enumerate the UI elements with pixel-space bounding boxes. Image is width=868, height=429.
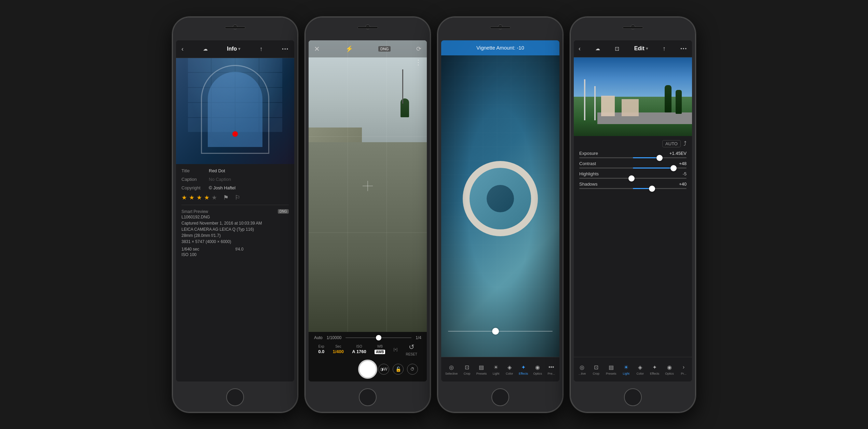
mute-button-2[interactable] xyxy=(304,79,305,91)
hdr-icon[interactable]: ◑W xyxy=(378,364,389,375)
camera-more-icon[interactable]: ⋮ xyxy=(415,58,422,66)
lock-icon[interactable]: 🔓 xyxy=(393,364,404,375)
back-icon[interactable]: ‹ xyxy=(181,45,184,53)
light-icon-4[interactable]: ☀ xyxy=(622,363,630,371)
presets-icon-4[interactable]: ▤ xyxy=(607,363,615,371)
exp-control[interactable]: Exp 0.0 xyxy=(318,345,324,354)
color-icon[interactable]: ◈ xyxy=(505,363,514,371)
vol-up-button-1[interactable] xyxy=(172,96,173,116)
more-tools-icon[interactable]: ••• xyxy=(547,363,555,371)
vignette-slider[interactable] xyxy=(448,326,553,336)
home-button-4[interactable] xyxy=(624,388,642,406)
vol-up-button-3[interactable] xyxy=(437,96,438,116)
cloud-icon[interactable]: ☁ xyxy=(203,46,208,52)
toolbar-presets[interactable]: ▤ Presets xyxy=(474,362,489,377)
crop-icon-4[interactable]: ⊡ xyxy=(592,363,600,371)
highlights-thumb[interactable] xyxy=(628,175,635,182)
vignette-track[interactable] xyxy=(448,331,553,332)
toolbar-more-4[interactable]: › Pr... xyxy=(677,362,690,377)
toolbar-selective-4[interactable]: ◎ ...tive xyxy=(576,362,588,377)
sec-control[interactable]: Sec 1/400 xyxy=(333,345,344,354)
exposure-track[interactable] xyxy=(579,157,687,158)
star-5[interactable]: ★ xyxy=(212,194,217,201)
toolbar-more[interactable]: ••• Pre... xyxy=(545,362,557,377)
optics-icon-4[interactable]: ◉ xyxy=(665,363,674,371)
star-rating[interactable]: ★ ★ ★ ★ ★ ⚑ ⚐ xyxy=(181,194,289,201)
power-button-1[interactable] xyxy=(298,85,298,106)
flag-icon[interactable]: ⚑ xyxy=(223,194,229,201)
toolbar-optics[interactable]: ◉ Optics xyxy=(531,362,544,377)
vol-down-button-2[interactable] xyxy=(304,119,305,139)
home-button-3[interactable] xyxy=(491,388,509,406)
toolbar-selective[interactable]: ◎ Selective xyxy=(443,362,460,377)
wb-control[interactable]: WB AWB xyxy=(375,345,385,354)
auto-button[interactable]: AUTO xyxy=(662,140,681,147)
power-button-2[interactable] xyxy=(430,85,431,106)
camera-viewfinder[interactable]: ✕ ⚡ DNG ⟳ ⋮ xyxy=(309,40,427,332)
optics-icon[interactable]: ◉ xyxy=(533,363,542,371)
light-icon[interactable]: ☀ xyxy=(492,363,500,371)
timer-icon[interactable]: ⏱ xyxy=(407,364,418,375)
toolbar-light[interactable]: ☀ Light xyxy=(490,362,502,377)
presets-icon[interactable]: ▤ xyxy=(477,363,486,371)
star-2[interactable]: ★ xyxy=(189,194,194,201)
flash-off-icon[interactable]: ⚡ xyxy=(345,45,353,53)
plus-control[interactable]: [+] xyxy=(394,348,397,351)
more-icon-4[interactable]: › xyxy=(679,363,688,371)
vol-down-button-3[interactable] xyxy=(437,119,438,139)
share-icon-4[interactable]: ↑ xyxy=(663,45,666,52)
vignette-thumb[interactable] xyxy=(492,328,499,335)
shutter-button[interactable] xyxy=(358,360,377,379)
mute-button-4[interactable] xyxy=(570,79,570,91)
exposure-slider[interactable] xyxy=(345,337,411,338)
vol-up-button-2[interactable] xyxy=(304,96,305,116)
effects-icon[interactable]: ✦ xyxy=(519,363,528,371)
toolbar-effects[interactable]: ✦ Effects xyxy=(517,362,530,377)
crop-tool-icon[interactable]: ⊡ xyxy=(615,45,619,52)
tone-curve-icon[interactable]: ⤴ xyxy=(683,140,687,147)
contrast-thumb[interactable] xyxy=(670,165,677,171)
vol-up-button-4[interactable] xyxy=(570,96,570,116)
mute-button-3[interactable] xyxy=(437,79,438,91)
shadows-thumb[interactable] xyxy=(649,186,655,192)
selective-icon[interactable]: ◎ xyxy=(447,363,456,371)
flip-camera-icon[interactable]: ⟳ xyxy=(416,45,421,53)
more-icon[interactable]: ••• xyxy=(282,46,289,52)
home-button-1[interactable] xyxy=(226,388,244,406)
color-icon-4[interactable]: ◈ xyxy=(636,363,644,371)
contrast-track[interactable] xyxy=(579,167,687,169)
toolbar-color[interactable]: ◈ Color xyxy=(503,362,516,377)
vol-down-button-1[interactable] xyxy=(172,119,173,139)
mute-button-1[interactable] xyxy=(172,79,173,91)
toolbar-effects-4[interactable]: ✦ Effects xyxy=(648,362,661,377)
toolbar-light-4[interactable]: ☀ Light xyxy=(620,362,632,377)
circular-inner xyxy=(487,185,514,212)
star-4[interactable]: ★ xyxy=(204,194,209,201)
effects-icon-4[interactable]: ✦ xyxy=(651,363,659,371)
home-button-2[interactable] xyxy=(359,388,377,406)
back-icon-4[interactable]: ‹ xyxy=(579,45,581,52)
reset-control[interactable]: ↺ RESET xyxy=(406,343,417,356)
toolbar-optics-4[interactable]: ◉ Optics xyxy=(663,362,676,377)
power-button-4[interactable] xyxy=(695,85,696,106)
close-camera-icon[interactable]: ✕ xyxy=(314,45,320,53)
power-button-3[interactable] xyxy=(563,85,564,106)
vol-down-button-4[interactable] xyxy=(570,119,570,139)
star-3[interactable]: ★ xyxy=(196,194,202,201)
reject-icon[interactable]: ⚐ xyxy=(235,194,240,201)
selective-icon-4[interactable]: ◎ xyxy=(578,363,586,371)
iso-control[interactable]: ISO A 1760 xyxy=(352,345,366,354)
star-1[interactable]: ★ xyxy=(181,194,187,201)
exposure-thumb-4[interactable] xyxy=(656,155,663,161)
crop-icon[interactable]: ⊡ xyxy=(463,363,471,371)
exposure-thumb[interactable] xyxy=(376,335,381,340)
toolbar-color-4[interactable]: ◈ Color xyxy=(634,362,646,377)
shadows-track[interactable] xyxy=(579,188,687,189)
toolbar-crop-4[interactable]: ⊡ Crop xyxy=(590,362,602,377)
cloud-icon-4[interactable]: ☁ xyxy=(595,46,600,51)
toolbar-crop[interactable]: ⊡ Crop xyxy=(461,362,473,377)
toolbar-presets-4[interactable]: ▤ Presets xyxy=(604,362,619,377)
highlights-track[interactable] xyxy=(579,178,687,179)
share-icon[interactable]: ↑ xyxy=(260,45,263,53)
more-icon-4[interactable]: ••• xyxy=(680,46,687,51)
